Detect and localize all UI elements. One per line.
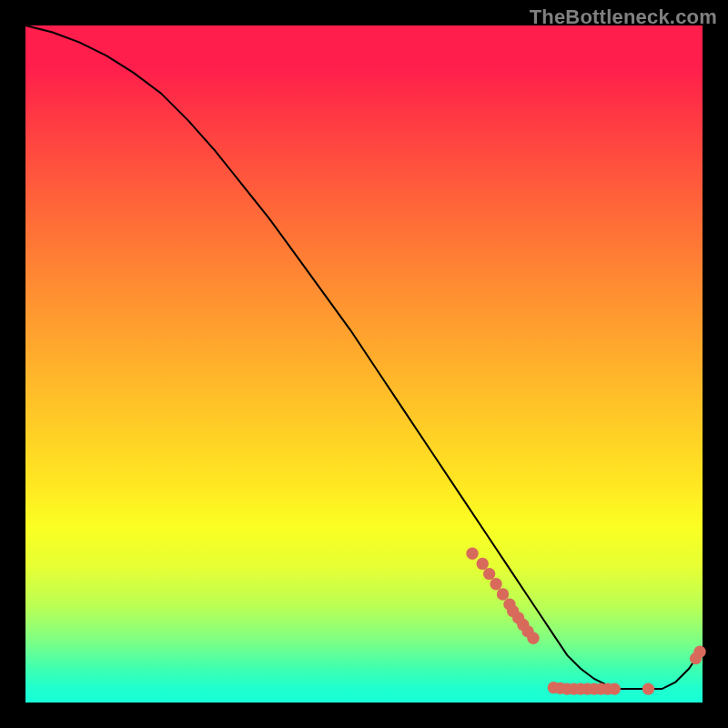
chart-svg [25, 25, 703, 703]
marker-point [527, 632, 539, 644]
marker-point [466, 548, 478, 560]
marker-point [693, 646, 705, 658]
marker-point [483, 568, 495, 580]
bottleneck-curve [25, 25, 703, 689]
chart-frame: TheBottleneck.com [0, 0, 728, 728]
marker-point [497, 588, 509, 600]
marker-point [490, 578, 501, 590]
marker-point [642, 682, 654, 694]
marker-point [477, 558, 489, 570]
plot-area [25, 25, 703, 703]
marker-point [609, 682, 621, 694]
